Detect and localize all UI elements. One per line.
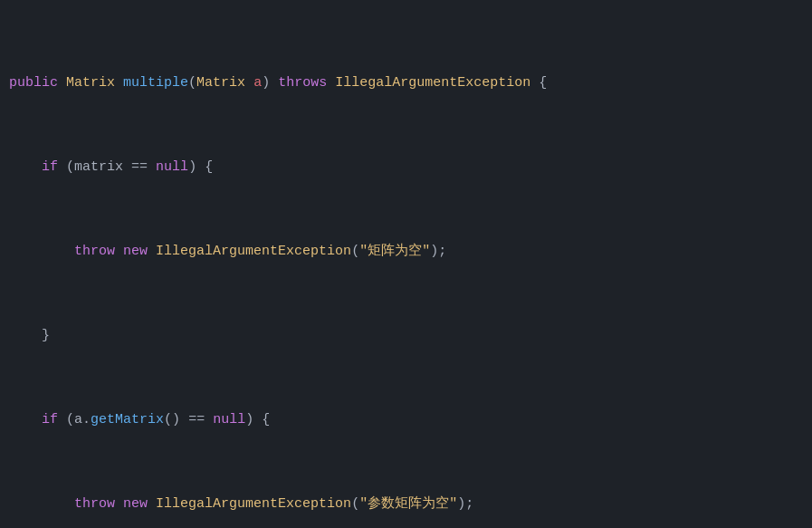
line-6: throw new IllegalArgumentException("参数矩阵… <box>0 494 812 514</box>
line-4: } <box>0 325 812 346</box>
line-1: public Matrix multiple(Matrix a) throws … <box>0 72 812 93</box>
code-editor: public Matrix multiple(Matrix a) throws … <box>0 0 812 528</box>
line-3: throw new IllegalArgumentException("矩阵为空… <box>0 241 812 262</box>
line-5: if (a.getMatrix() == null) { <box>0 409 812 430</box>
line-2: if (matrix == null) { <box>0 157 812 178</box>
